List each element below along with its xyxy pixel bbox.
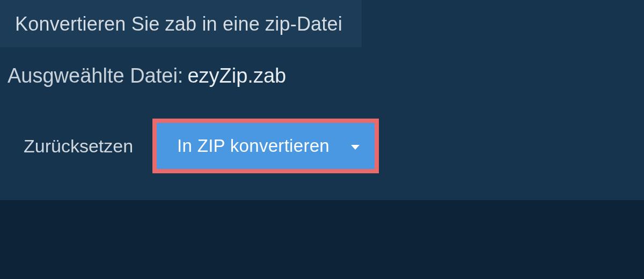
tab-bar: Konvertieren Sie zab in eine zip-Datei <box>0 0 644 47</box>
selected-file-name: ezyZip.zab <box>187 64 286 87</box>
selected-file-label: Ausgweählte Datei: <box>8 64 183 87</box>
tab-convert[interactable]: Konvertieren Sie zab in eine zip-Datei <box>0 0 362 47</box>
caret-down-icon <box>351 145 360 150</box>
convert-button[interactable]: In ZIP konvertieren <box>157 123 375 169</box>
actions-row: Zurücksetzen In ZIP konvertieren <box>0 98 644 179</box>
selected-file-row: Ausgweählte Datei: ezyZip.zab <box>0 47 644 98</box>
tab-label: Konvertieren Sie zab in eine zip-Datei <box>15 13 342 35</box>
convert-label: In ZIP konvertieren <box>177 136 330 156</box>
reset-label: Zurücksetzen <box>24 136 133 156</box>
reset-button[interactable]: Zurücksetzen <box>24 136 133 157</box>
converter-panel: Konvertieren Sie zab in eine zip-Datei A… <box>0 0 644 200</box>
convert-highlight-frame: In ZIP konvertieren <box>152 119 379 173</box>
